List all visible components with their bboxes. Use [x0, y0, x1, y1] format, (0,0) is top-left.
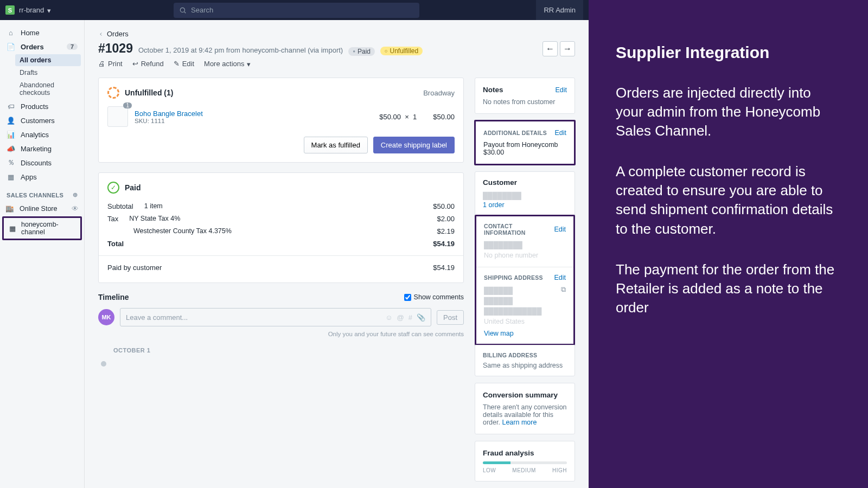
- contact-email[interactable]: ████████: [484, 240, 566, 251]
- orders-badge: 7: [67, 43, 78, 50]
- overlay-p2: A complete customer record is created to…: [616, 162, 841, 238]
- person-icon: 👤: [7, 116, 15, 125]
- payment-title: Paid: [125, 183, 141, 192]
- nav-home[interactable]: ⌂Home: [0, 25, 84, 40]
- megaphone-icon: 📣: [7, 144, 15, 153]
- attach-icon[interactable]: 📎: [417, 313, 425, 322]
- overlay-p1: Orders are injected directly into your a…: [616, 84, 841, 140]
- add-channel-icon[interactable]: ⊕: [73, 191, 78, 198]
- fraud-card: Fraud analysis LOWMEDIUMHIGH: [475, 441, 575, 481]
- subnav-abandoned[interactable]: Abandoned checkouts: [15, 79, 81, 99]
- breadcrumb-back[interactable]: Orders: [98, 30, 575, 38]
- create-shipping-label-button[interactable]: Create shipping label: [373, 137, 455, 153]
- nav-products[interactable]: 🏷Products: [0, 99, 84, 113]
- additional-details-highlight: ADDITIONAL DETAILSEdit Payout from Honey…: [474, 120, 576, 165]
- view-map-link[interactable]: View map: [484, 330, 566, 337]
- conversion-card: Conversion summary There aren't any conv…: [475, 383, 575, 434]
- grid-icon: ▦: [9, 224, 16, 233]
- app-container: rr-brand ▾ Search RR Admin ⌂Home 📄Orders…: [0, 0, 589, 488]
- timeline-section: Timeline Show comments MK Leave a commen…: [98, 293, 464, 367]
- comment-input[interactable]: Leave a comment... ☺ @ # 📎: [120, 308, 431, 326]
- timeline-dot: [101, 361, 106, 367]
- chevron-left-icon: [98, 31, 104, 37]
- paid-badge: Paid: [348, 47, 375, 56]
- channel-online-store[interactable]: 🏬 Online Store 👁: [0, 202, 84, 215]
- nav-apps[interactable]: ▦Apps: [0, 170, 84, 184]
- edit-additional[interactable]: Edit: [554, 129, 566, 137]
- nav-customers[interactable]: 👤Customers: [0, 113, 84, 127]
- store-icon: 🏬: [5, 204, 14, 213]
- orders-icon: 📄: [7, 42, 15, 51]
- chevron-down-icon: ▾: [47, 7, 51, 15]
- info-overlay: Supplier Integration Orders are injected…: [589, 0, 868, 488]
- unfulfilled-badge: Unfulfilled: [380, 47, 423, 55]
- apps-icon: ▦: [7, 172, 15, 181]
- shipping-country: United States: [484, 317, 566, 327]
- unit-price: $50.00 × 1: [379, 113, 417, 121]
- edit-shipping[interactable]: Edit: [554, 274, 566, 281]
- billing-text: Same as shipping address: [483, 362, 567, 369]
- fulfillment-card: Unfulfilled (1) Broadway 1 Boho Bangle B…: [98, 78, 464, 163]
- mention-icon[interactable]: @: [397, 313, 404, 322]
- payment-card: ✓ Paid Subtotal1 item$50.00 TaxNY State …: [98, 172, 464, 283]
- home-icon: ⌂: [7, 28, 15, 37]
- nav-marketing[interactable]: 📣Marketing: [0, 142, 84, 156]
- eye-icon[interactable]: 👁: [72, 205, 79, 213]
- edit-contact[interactable]: Edit: [554, 226, 566, 233]
- fulfillment-title: Unfulfilled (1): [125, 88, 173, 97]
- edit-action[interactable]: ✎Edit: [174, 60, 194, 68]
- shopify-logo-icon: [5, 5, 15, 15]
- emoji-icon[interactable]: ☺: [385, 313, 392, 322]
- shipping-line-3: ████████████: [484, 306, 566, 317]
- product-name-link[interactable]: Boho Bangle Bracelet: [135, 110, 203, 118]
- subnav-all-orders[interactable]: All orders: [15, 54, 81, 66]
- more-actions[interactable]: More actions ▾: [204, 60, 251, 68]
- subnav-drafts[interactable]: Drafts: [15, 67, 81, 79]
- notes-card: NotesEdit No notes from customer: [475, 78, 575, 114]
- fulfillment-location: Broadway: [423, 89, 455, 97]
- print-icon: 🖨: [98, 60, 105, 68]
- next-order-button[interactable]: →: [560, 41, 575, 56]
- product-thumbnail[interactable]: 1: [107, 106, 128, 127]
- learn-more-link[interactable]: Learn more: [502, 419, 537, 426]
- order-number: #1029: [98, 41, 133, 56]
- show-comments-toggle[interactable]: Show comments: [404, 293, 464, 301]
- customer-orders-link[interactable]: 1 order: [483, 201, 567, 209]
- channel-honeycomb[interactable]: ▦ honeycomb-channel: [4, 218, 80, 239]
- paid-status-icon: ✓: [107, 182, 119, 194]
- overlay-p3: The payment for the order from the Retai…: [616, 260, 841, 317]
- print-action[interactable]: 🖨Print: [98, 60, 123, 68]
- payout-amount: $30.00: [483, 149, 566, 156]
- analytics-icon: 📊: [7, 130, 15, 139]
- nav-discounts[interactable]: ％Discounts: [0, 156, 84, 170]
- refund-action[interactable]: ↩Refund: [132, 60, 164, 68]
- svg-line-1: [184, 11, 186, 13]
- search-icon: [179, 7, 187, 14]
- search-input[interactable]: Search: [174, 3, 419, 18]
- customer-name[interactable]: ████████: [483, 191, 567, 201]
- contact-phone: No phone number: [484, 251, 566, 261]
- mark-fulfilled-button[interactable]: Mark as fulfilled: [304, 137, 368, 153]
- shipping-line-1: ██████: [484, 286, 566, 296]
- hash-icon[interactable]: #: [409, 313, 412, 322]
- admin-menu[interactable]: RR Admin: [536, 0, 583, 20]
- fraud-meter: [483, 461, 567, 464]
- notes-text: No notes from customer: [483, 98, 567, 106]
- user-avatar: MK: [98, 309, 114, 325]
- tag-icon: 🏷: [7, 102, 15, 111]
- main-content: Orders #1029 October 1, 2019 at 9:42 pm …: [85, 20, 589, 488]
- payout-label: Payout from Honeycomb: [483, 141, 566, 149]
- sales-channels-label: SALES CHANNELS ⊕: [0, 184, 84, 202]
- nav-orders[interactable]: 📄Orders7: [0, 40, 84, 54]
- customer-card: Customer ████████ 1 order CONTACT INFORM…: [475, 171, 575, 376]
- copy-address-icon[interactable]: ⧉: [561, 286, 566, 294]
- timeline-date: OCTOBER 1: [113, 347, 464, 354]
- post-button[interactable]: Post: [437, 310, 464, 325]
- svg-point-0: [180, 8, 184, 12]
- order-meta: October 1, 2019 at 9:42 pm from honeycom…: [138, 46, 343, 54]
- store-switcher[interactable]: rr-brand ▾: [19, 6, 51, 14]
- prev-order-button[interactable]: ←: [542, 41, 558, 56]
- edit-notes[interactable]: Edit: [555, 86, 567, 94]
- nav-analytics[interactable]: 📊Analytics: [0, 127, 84, 142]
- qty-badge: 1: [123, 102, 132, 108]
